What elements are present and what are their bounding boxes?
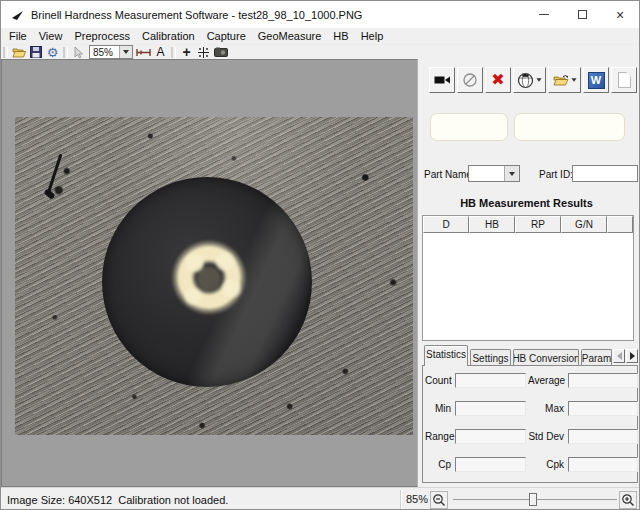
snapshot-button[interactable] (213, 45, 228, 59)
crosshair-tool-button[interactable]: + (179, 45, 194, 59)
settings-button[interactable]: ⚙ (45, 45, 60, 59)
part-name-label: Part Name: (424, 169, 475, 180)
column-header-rp[interactable]: RP (515, 216, 561, 233)
menu-geomeasure[interactable]: GeoMeasure (252, 29, 328, 43)
menu-view[interactable]: View (33, 29, 69, 43)
menu-calibration[interactable]: Calibration (136, 29, 201, 43)
results-table-body[interactable] (423, 233, 633, 340)
image-viewer-panel (1, 59, 418, 487)
indentation-highlight-ring (169, 239, 249, 319)
tab-hb-conversion[interactable]: HB Conversion (513, 349, 579, 366)
part-name-dropdown[interactable] (504, 166, 519, 181)
micrograph-image (15, 117, 413, 435)
part-id-label: Part ID: (539, 169, 573, 180)
new-report-button[interactable] (611, 67, 637, 93)
delete-measurement-button[interactable]: ✖ (485, 67, 511, 93)
average-field[interactable] (568, 373, 638, 388)
part-name-value (469, 166, 504, 181)
zoom-out-button[interactable] (430, 491, 448, 509)
caliper-icon (136, 48, 151, 57)
max-field[interactable] (568, 401, 638, 416)
column-header-spacer (607, 216, 633, 233)
results-table-header: D HB RP G/N (423, 216, 633, 233)
range-field[interactable] (455, 429, 526, 444)
export-word-button[interactable]: W (583, 67, 609, 93)
control-panel: ✖ W (418, 59, 639, 487)
pointer-tool-button[interactable] (71, 45, 86, 59)
tab-settings[interactable]: Settings (470, 349, 511, 366)
part-id-input[interactable] (572, 165, 638, 182)
tab-parameters[interactable]: Param (581, 349, 612, 366)
std-dev-label: Std Dev (528, 431, 566, 442)
zoom-select-dropdown[interactable] (119, 46, 132, 58)
menu-hb[interactable]: HB (327, 29, 354, 43)
results-title: HB Measurement Results (418, 197, 635, 209)
text-annotation-button[interactable]: A (153, 45, 168, 59)
measure-circle-button[interactable] (457, 67, 483, 93)
max-label: Max (528, 403, 566, 414)
indenter-ball-button[interactable] (513, 67, 546, 93)
open-results-button[interactable] (548, 67, 581, 93)
column-header-gn[interactable]: G/N (561, 216, 607, 233)
zoom-select-value: 85% (90, 47, 119, 58)
cpk-field[interactable] (568, 457, 638, 472)
app-window: Brinell Hardness Measurement Software - … (0, 0, 640, 510)
min-label: Min (425, 403, 453, 414)
cp-field[interactable] (455, 457, 526, 472)
menu-bar: File View Preprocess Calibration Capture… (1, 28, 639, 45)
count-label: Count (425, 375, 453, 386)
delete-x-icon: ✖ (491, 72, 504, 88)
tab-statistics[interactable]: Statistics (424, 345, 468, 366)
status-separator (400, 490, 401, 509)
menu-file[interactable]: File (3, 29, 33, 43)
std-dev-field[interactable] (568, 429, 638, 444)
statistics-tab-panel: Count Average Min Max Range Std Dev Cp (422, 365, 638, 483)
tab-control: Statistics Settings HB Conversion Param … (422, 345, 638, 483)
zoom-slider[interactable] (453, 499, 617, 500)
chevron-down-icon (536, 78, 541, 81)
save-button[interactable] (28, 45, 43, 59)
display-box-right (514, 113, 625, 141)
tab-scroll-right-button[interactable] (626, 349, 638, 363)
zoom-select[interactable]: 85% (89, 45, 133, 59)
center-target-button[interactable] (196, 45, 211, 59)
magnifier-minus-icon (432, 493, 446, 507)
tab-strip: Statistics Settings HB Conversion Param (422, 345, 638, 366)
measure-tool-button[interactable] (136, 45, 151, 59)
circle-slash-icon (462, 72, 478, 88)
video-camera-icon (434, 75, 451, 85)
close-button[interactable]: × (601, 1, 639, 28)
chevron-left-icon (617, 352, 622, 360)
minimize-button[interactable] (525, 1, 563, 28)
count-field[interactable] (455, 373, 526, 388)
menu-capture[interactable]: Capture (201, 29, 252, 43)
cp-label: Cp (425, 459, 453, 470)
live-video-button[interactable] (429, 67, 455, 93)
open-folder-icon (12, 47, 26, 58)
column-header-hb[interactable]: HB (469, 216, 515, 233)
toolbar-grip (3, 47, 8, 58)
gear-icon: ⚙ (47, 46, 59, 59)
maximize-button[interactable] (563, 1, 601, 28)
part-name-select[interactable] (468, 165, 520, 182)
menu-preprocess[interactable]: Preprocess (68, 29, 136, 43)
main-area: ✖ W (1, 59, 639, 487)
word-icon: W (588, 72, 605, 89)
open-folder-arrow-icon (553, 74, 569, 86)
maximize-icon (578, 10, 587, 19)
brinell-indentation (102, 177, 312, 387)
chevron-down-icon (123, 50, 129, 54)
results-table[interactable]: D HB RP G/N (422, 215, 634, 341)
min-field[interactable] (455, 401, 526, 416)
target-crosshair-icon (197, 46, 210, 59)
zoom-slider-thumb[interactable] (529, 493, 537, 506)
open-image-button[interactable] (11, 45, 26, 59)
menu-help[interactable]: Help (355, 29, 390, 43)
camera-icon (214, 47, 228, 57)
tab-scroll-left-button[interactable] (613, 349, 625, 363)
zoom-in-button[interactable] (619, 491, 637, 509)
floppy-disk-icon (30, 46, 42, 58)
plus-crosshair-icon: + (182, 45, 190, 59)
column-header-d[interactable]: D (423, 216, 469, 233)
cursor-arrow-icon (73, 46, 84, 59)
